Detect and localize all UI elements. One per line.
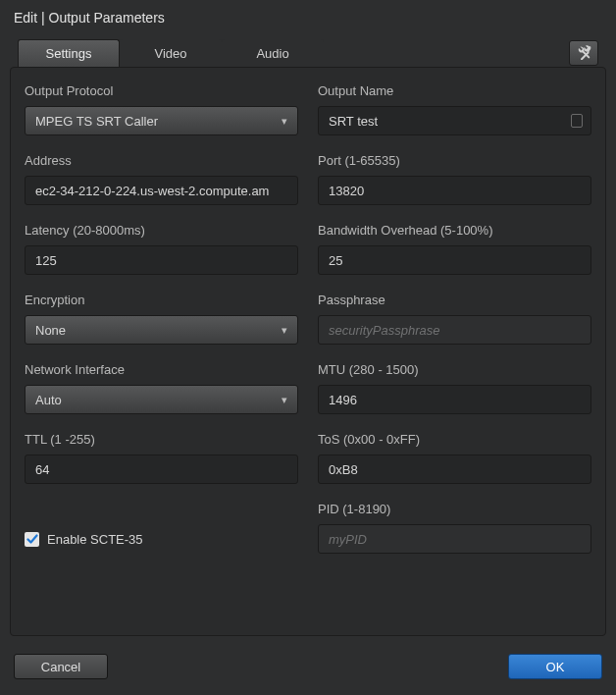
field-ttl: TTL (1 -255): [25, 432, 298, 484]
field-address: Address: [25, 153, 298, 205]
select-output-protocol[interactable]: MPEG TS SRT Caller ▾: [25, 106, 298, 135]
input-output-name[interactable]: [329, 114, 581, 129]
input-output-name-wrap: [318, 106, 591, 135]
label-port: Port (1-65535): [318, 153, 591, 168]
label-tos: ToS (0x00 - 0xFF): [318, 432, 591, 447]
label-encryption: Encryption: [25, 293, 298, 307]
field-latency: Latency (20-8000ms): [25, 223, 298, 275]
label-pid: PID (1-8190): [318, 502, 591, 516]
cancel-button[interactable]: Cancel: [14, 654, 108, 679]
chevron-down-icon: ▾: [282, 324, 287, 337]
field-output-protocol: Output Protocol MPEG TS SRT Caller ▾: [25, 83, 298, 135]
field-output-name: Output Name: [318, 83, 591, 135]
field-encryption: Encryption None ▾: [25, 293, 298, 345]
field-passphrase: Passphrase securityPassphrase: [318, 293, 591, 345]
field-bandwidth: Bandwidth Overhead (5-100%): [318, 223, 591, 275]
label-output-protocol: Output Protocol: [25, 83, 298, 98]
select-network-interface[interactable]: Auto ▾: [25, 385, 298, 414]
tools-button[interactable]: [569, 40, 598, 66]
field-scte35: Enable SCTE-35: [25, 502, 298, 554]
wrench-icon: [576, 44, 591, 63]
label-bandwidth: Bandwidth Overhead (5-100%): [318, 223, 591, 238]
chevron-down-icon: ▾: [282, 394, 287, 406]
label-address: Address: [25, 153, 298, 168]
input-bandwidth[interactable]: [329, 253, 581, 268]
input-address[interactable]: [35, 184, 287, 198]
input-passphrase: securityPassphrase: [318, 315, 591, 345]
field-pid: PID (1-8190) myPID: [318, 502, 591, 554]
input-mtu[interactable]: [329, 393, 581, 407]
field-port: Port (1-65535): [318, 153, 591, 205]
select-encryption-value: None: [35, 323, 66, 338]
check-icon: [26, 533, 38, 545]
button-bar: Cancel OK: [0, 636, 616, 695]
label-network-interface: Network Interface: [25, 362, 298, 377]
field-network-interface: Network Interface Auto ▾: [25, 362, 298, 414]
chevron-down-icon: ▾: [282, 115, 287, 128]
label-ttl: TTL (1 -255): [25, 432, 298, 447]
settings-panel: Output Protocol MPEG TS SRT Caller ▾ Out…: [10, 67, 606, 636]
input-ttl[interactable]: [35, 462, 287, 477]
tag-icon: [571, 114, 583, 128]
input-pid: myPID: [318, 524, 591, 554]
input-tos-wrap: [318, 454, 591, 484]
input-tos[interactable]: [329, 462, 581, 477]
select-output-protocol-value: MPEG TS SRT Caller: [35, 114, 158, 129]
input-latency-wrap: [25, 245, 298, 275]
tab-audio[interactable]: Audio: [222, 39, 324, 67]
label-scte35: Enable SCTE-35: [47, 532, 143, 547]
input-bandwidth-wrap: [318, 245, 591, 275]
output-parameters-dialog: Edit | Output Parameters Settings Video …: [0, 0, 616, 695]
label-latency: Latency (20-8000ms): [25, 223, 298, 238]
tabs-row: Settings Video Audio: [0, 39, 616, 67]
select-encryption[interactable]: None ▾: [25, 315, 298, 345]
field-tos: ToS (0x00 - 0xFF): [318, 432, 591, 484]
tab-settings[interactable]: Settings: [18, 39, 120, 67]
tab-video[interactable]: Video: [120, 39, 222, 67]
ok-button[interactable]: OK: [508, 654, 602, 679]
input-ttl-wrap: [25, 454, 298, 484]
input-port[interactable]: [329, 184, 581, 198]
label-output-name: Output Name: [318, 83, 591, 98]
input-latency[interactable]: [35, 253, 287, 268]
dialog-title: Edit | Output Parameters: [0, 0, 616, 39]
label-passphrase: Passphrase: [318, 293, 591, 307]
select-network-interface-value: Auto: [35, 393, 62, 407]
label-mtu: MTU (280 - 1500): [318, 362, 591, 377]
checkbox-scte35[interactable]: [25, 532, 39, 547]
input-port-wrap: [318, 176, 591, 205]
field-mtu: MTU (280 - 1500): [318, 362, 591, 414]
input-address-wrap: [25, 176, 298, 205]
input-mtu-wrap: [318, 385, 591, 414]
